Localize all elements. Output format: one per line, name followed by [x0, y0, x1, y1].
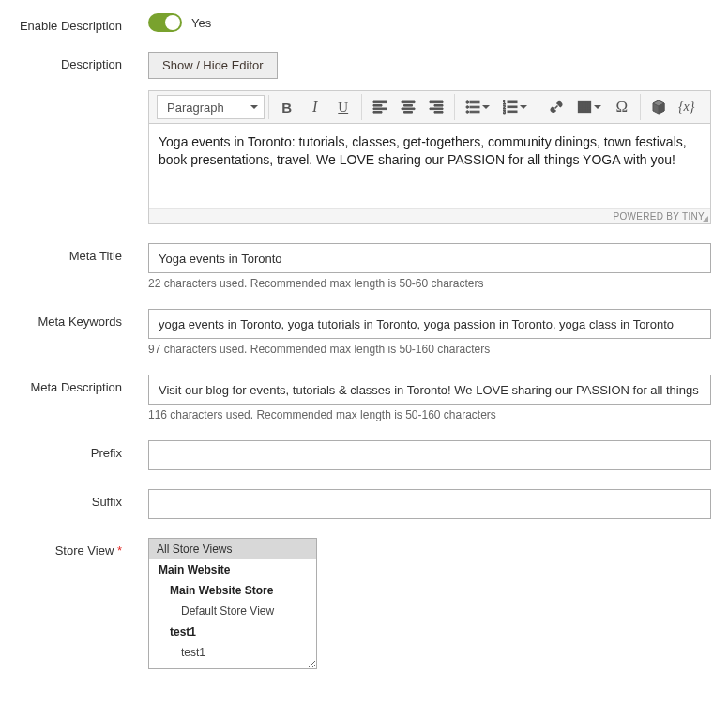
table-button[interactable] — [570, 94, 608, 120]
align-right-button[interactable] — [422, 94, 450, 120]
svg-text:3: 3 — [503, 109, 506, 115]
enable-description-value: Yes — [191, 16, 211, 30]
powered-by-label: POWERED BY TINY — [614, 211, 705, 222]
meta-title-hint: 22 characters used. Recommended max leng… — [148, 277, 711, 290]
svg-rect-11 — [508, 111, 517, 113]
omega-icon: Ω — [615, 98, 628, 116]
svg-rect-7 — [508, 101, 517, 103]
bold-icon: B — [281, 100, 292, 115]
svg-point-2 — [466, 106, 469, 109]
store-view-option[interactable]: Main Website Store — [149, 580, 316, 601]
meta-title-label: Meta Title — [17, 243, 148, 263]
variable-icon: {x} — [678, 100, 694, 115]
svg-rect-9 — [508, 106, 517, 108]
italic-button[interactable]: I — [301, 94, 329, 120]
table-icon — [577, 100, 592, 115]
meta-title-input[interactable] — [148, 243, 711, 273]
description-label: Description — [17, 52, 148, 71]
chevron-down-icon — [594, 105, 601, 109]
variable-button[interactable]: {x} — [673, 94, 701, 120]
editor-toolbar: Paragraph B I U — [149, 91, 710, 124]
chevron-down-icon — [250, 105, 258, 109]
prefix-input[interactable] — [148, 440, 711, 470]
store-view-option[interactable]: Main Website — [149, 559, 316, 580]
svg-rect-12 — [578, 102, 590, 113]
store-view-option[interactable]: Default Store View — [149, 601, 316, 621]
special-char-button[interactable]: Ω — [608, 94, 636, 120]
numbered-list-button[interactable]: 123 — [496, 94, 534, 120]
align-center-button[interactable] — [394, 94, 422, 120]
bold-button[interactable]: B — [273, 94, 301, 120]
store-view-option[interactable]: test1 — [149, 621, 316, 642]
widget-button[interactable] — [645, 94, 673, 120]
editor-content[interactable]: Yoga events in Toronto: tutorials, class… — [149, 124, 710, 208]
svg-point-4 — [466, 111, 469, 114]
suffix-label: Suffix — [17, 489, 148, 509]
underline-icon: U — [338, 100, 348, 115]
meta-keywords-input[interactable] — [148, 309, 711, 339]
svg-rect-1 — [470, 101, 479, 103]
enable-description-label: Enable Description — [17, 13, 148, 33]
align-center-icon — [401, 100, 416, 115]
editor-footer: POWERED BY TINY — [149, 208, 710, 223]
format-selector[interactable]: Paragraph — [157, 95, 265, 119]
meta-description-input[interactable] — [148, 375, 711, 405]
chevron-down-icon — [520, 105, 527, 109]
store-view-option[interactable]: test1 — [149, 642, 316, 663]
svg-rect-5 — [470, 111, 479, 113]
format-selector-label: Paragraph — [167, 100, 224, 115]
link-icon — [549, 100, 564, 115]
store-view-select[interactable]: All Store ViewsMain WebsiteMain Website … — [148, 538, 317, 669]
meta-keywords-hint: 97 characters used. Recommended max leng… — [148, 343, 711, 356]
cube-icon — [651, 100, 666, 115]
resize-handle[interactable] — [700, 213, 709, 222]
meta-description-hint: 116 characters used. Recommended max len… — [148, 408, 711, 421]
align-left-button[interactable] — [366, 94, 394, 120]
italic-icon: I — [312, 99, 317, 115]
meta-keywords-label: Meta Keywords — [17, 309, 148, 329]
rich-text-editor: Paragraph B I U — [148, 90, 711, 224]
link-button[interactable] — [542, 94, 570, 120]
bullet-list-button[interactable] — [459, 94, 496, 120]
chevron-down-icon — [482, 105, 490, 109]
store-view-option[interactable]: All Store Views — [149, 539, 316, 559]
numbered-list-icon: 123 — [503, 100, 518, 115]
svg-rect-3 — [470, 106, 479, 108]
prefix-label: Prefix — [17, 440, 148, 460]
suffix-input[interactable] — [148, 489, 711, 519]
bullet-list-icon — [465, 100, 480, 115]
show-hide-editor-button[interactable]: Show / Hide Editor — [148, 52, 278, 79]
underline-button[interactable]: U — [329, 94, 357, 120]
store-view-label: Store View — [17, 538, 148, 558]
meta-description-label: Meta Description — [17, 375, 148, 394]
align-left-icon — [372, 100, 387, 115]
align-right-icon — [429, 100, 444, 115]
enable-description-toggle[interactable] — [148, 13, 182, 32]
svg-point-0 — [466, 101, 469, 104]
